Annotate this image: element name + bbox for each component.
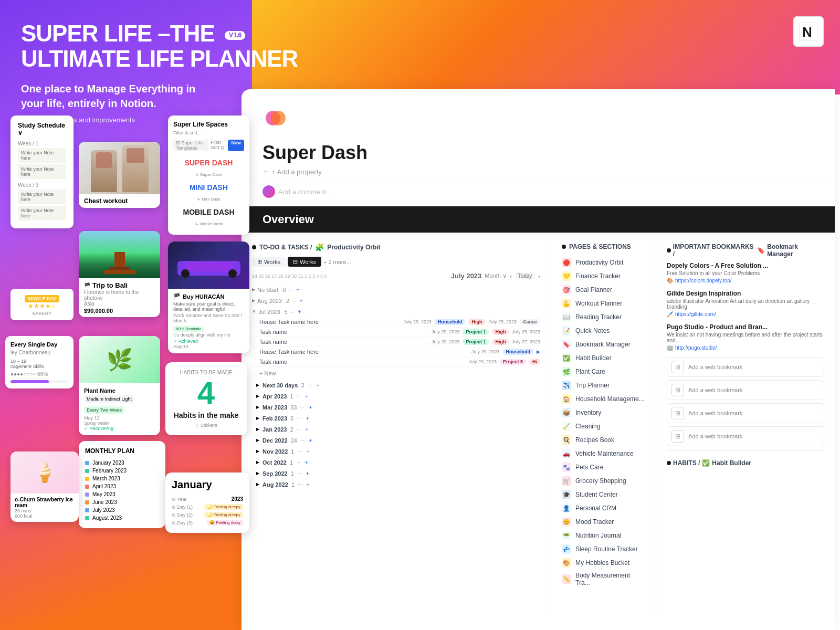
add-comment-row: Add a comment... [242,182,835,201]
tab-more[interactable]: + 2 more... [323,259,351,265]
habits-bottom-section: HABITS / ✅ Habit Builder [667,450,824,467]
page-habit-icon: ✅ [562,353,571,363]
icecream-card: 🍦 o-Churn Strawberry Ice ream 20 mins 60… [10,452,79,522]
user-avatar [262,185,275,198]
page-mood-icon: 😊 [562,517,571,527]
page-bookmark[interactable]: 🔖 Bookmark Manager [562,338,645,351]
new-task-btn[interactable]: + New [252,367,540,380]
today-btn[interactable]: Today [515,272,536,279]
page-household-icon: 🏠 [562,394,571,404]
january-title: January [172,479,243,491]
week-3-label: Week / 3 [18,182,66,188]
january-card: January ⊙ Year 2023 ⊙ Day (1) 🌙 Feeling … [165,472,249,533]
page-grocery-icon: 🛒 [562,476,571,486]
page-crm-icon: 👤 [562,503,571,513]
page-trip[interactable]: ✈️ Trip Planner [562,379,645,392]
bookmark-dopely-link[interactable]: 🎨 https://colors.dopely.top/ [667,278,824,284]
plant-card: 🌿 Plant Name Medium Indirect Light Every… [79,336,160,435]
bookmark-gillde-link[interactable]: 🖌️ https://gillde.com/ [667,311,824,317]
spaces-new-btn[interactable]: New [228,140,244,151]
bali-card: 🏴 Trip to Bali Florence is home to the p… [79,231,160,317]
page-student[interactable]: 🎓 Student Center [562,488,645,501]
bali-title: Trip to Bali [92,281,128,289]
bali-info: 🏴 Trip to Bali Florence is home to the p… [79,278,160,317]
month-jul: July 2023 [85,506,159,514]
plant-name: Plant Name [84,387,155,394]
page-sleep[interactable]: 💤 Sleep Routine Tracker [562,542,645,556]
habits-stickers: ☆ Stickers [173,423,239,428]
page-crm[interactable]: 👤 Personal CRM [562,501,645,515]
period-feb23: ▶ Feb 2023 5 ··· ＋ [256,413,540,424]
add-bookmark-3[interactable]: ⊞ Add a web bookmark [667,403,824,423]
mobile-dash-label: MOBILE DASH [173,205,244,219]
page-household[interactable]: 🏠 Household Manageme... [562,392,645,406]
spaces-toolbar-item[interactable]: ⊞ Super Life Templates [173,140,208,151]
page-goal[interactable]: 🎯 Goal Planner [562,283,645,297]
page-pets[interactable]: 🐾 Pets Care [562,460,645,474]
car-title: 🏴 Buy HURACÁN [173,293,244,300]
tab-works-grid[interactable]: ⊞ Works [252,257,286,267]
daily-person: ley Charbonneau [10,350,68,355]
add-comment-text[interactable]: Add a comment... [278,188,332,196]
mini-dash-link: ↳ Mini Dash [173,197,244,202]
bookmark-dopely: Dopely Colors - A Free Solution ... Free… [667,262,824,284]
page-title: Super Dash [242,142,835,164]
notion-area: Super Dash ＋ + Add a property Add a comm… [242,89,835,630]
bali-price: $90,000.00 [84,308,155,314]
page-cleaning[interactable]: 🧹 Cleaning [562,419,645,433]
bookmarks-column: IMPORTANT BOOKMARKS / 🔖 Bookmark Manager… [656,243,824,616]
add-property[interactable]: ＋ + Add a property [242,164,835,180]
habits-header: HABITS TO BE MADE [173,370,239,375]
month-jun: June 2023 [85,498,159,506]
page-plant[interactable]: 🌿 Plant Care [562,365,645,379]
month-feb: February 2023 [85,467,159,475]
notion-header [242,89,835,136]
icecream-image: 🍦 [10,452,79,494]
icecream-kcal: 600 kcal [15,513,75,519]
page-trip-icon: ✈️ [562,381,571,390]
bookmark-pugo-link[interactable]: 🏢 http://pugo.studio/ [667,345,824,351]
bookmark-gillde-title[interactable]: Gillde Design Inspiration [667,290,824,297]
january-row-year: ⊙ Year 2023 [172,495,243,503]
page-grocery[interactable]: 🛒 Grocery Shopping [562,474,645,488]
add-bookmark-4[interactable]: ⊞ Add a web bookmark [667,426,824,446]
habits-card: HABITS TO BE MADE 4 Habits in the make ☆… [165,362,247,435]
tab-works-list[interactable]: ⊟ Works [288,257,321,267]
add-bookmark-icon-1: ⊞ [671,361,684,373]
page-habit[interactable]: ✅ Habit Builder [562,351,645,365]
title-line2: ULTIMATE LIFE PLANNER [21,46,298,71]
page-inventory[interactable]: 📦 Inventory [562,406,645,419]
page-body[interactable]: 📏 Body Measurement Tra... [562,570,645,589]
page-reading[interactable]: 📖 Reading Tracker [562,310,645,324]
page-vehicle[interactable]: 🚗 Vehicle Maintenance [562,447,645,460]
bookmark-dopely-title[interactable]: Dopely Colors - A Free Solution ... [667,262,824,269]
mobile-dash-link: ↳ Mobile Dash [173,222,244,226]
add-bookmark-1[interactable]: ⊞ Add a web bookmark [667,357,824,377]
page-notes[interactable]: 📝 Quick Notes [562,324,645,338]
page-nutrition[interactable]: 🥗 Nutrition Journal [562,529,645,542]
columns-area: TO-DO & TASKS / 🧩 Productivity Orbit ⊞ W… [242,233,835,626]
daily-range: 10 – 19 [10,359,68,364]
bali-region: Asia [84,301,155,307]
car-tagline: Work Smarter and Save $2,000 / Month [173,313,244,323]
page-finance[interactable]: 💛 Finance Tracker [562,269,645,283]
header-title: SUPER LIFE –THE V 1.6 ULTIMATE LIFE PLAN… [21,21,298,72]
monthly-title: MONTHLY PLAN [85,447,159,455]
cal-dates: 24 25 26 27 28 29 30 31 1 2 3 4 5 6 [252,274,327,279]
bookmark-pugo-title[interactable]: Pugo Studio - Product and Bran... [667,323,824,331]
icecream-info: o-Churn Strawberry Ice ream 20 mins 600 … [10,494,79,522]
period-jan23: ▶ Jan 2023 2 ··· ＋ [256,424,540,435]
plant-status: ✓ Recovering [84,426,155,431]
add-bookmark-2[interactable]: ⊞ Add a web bookmark [667,380,824,400]
jul-2023-section: ▼ Jul 2023 5 ··· ＋ [252,306,540,317]
page-mood[interactable]: 😊 Mood Tracker [562,515,645,529]
page-recipes[interactable]: 🍳 Recipes Book [562,433,645,447]
car-schedule: It's deeply align with my life [173,332,244,338]
car-flag: 🏴 [173,293,181,300]
page-reading-icon: 📖 [562,312,571,322]
plant-image: 🌿 [79,336,160,383]
period-sep22: ▶ Sep 2022 1 ··· ＋ [256,468,540,479]
page-productivity[interactable]: 🔴 Productivity Orbit [562,256,645,269]
page-workout[interactable]: 💪 Workout Planner [562,297,645,310]
page-hobbies[interactable]: 🎨 My Hobbies Bucket [562,556,645,570]
